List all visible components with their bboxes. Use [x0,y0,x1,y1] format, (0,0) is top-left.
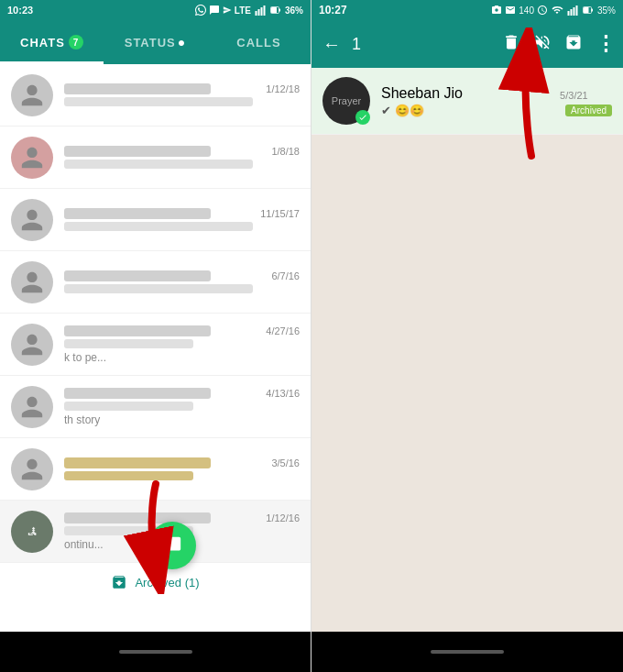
avatar [11,324,53,366]
chat-name-blur [64,388,211,399]
mute-icon [533,33,552,51]
status-bar-right: 10:27 140 35% [312,0,623,20]
contact-status: ✔ 😊😊 [381,104,560,117]
svg-rect-3 [263,6,265,16]
compose-fab[interactable] [148,522,196,569]
chat-item[interactable]: 4/13/16 th story [0,376,311,438]
avatar [11,199,53,241]
chat-content: 6/7/16 [64,270,300,293]
back-button[interactable]: ← [319,30,344,59]
tab-calls[interactable]: CALLS [207,20,311,64]
send-icon [223,5,232,16]
svg-rect-5 [271,7,277,13]
contact-info: Sheeban Jio ✔ 😊😊 [381,85,560,117]
chat-date: 4/13/16 [266,388,300,399]
chat-background [312,135,623,632]
battery-pct-right: 35% [597,6,616,16]
svg-rect-9 [570,9,572,16]
avatar [11,386,53,428]
battery-icon [269,5,282,16]
archive-button[interactable] [564,33,583,56]
svg-rect-10 [573,7,574,16]
svg-rect-11 [575,6,577,16]
mail-icon [505,5,516,16]
tab-chats[interactable]: CHATS 7 [0,20,104,64]
svg-rect-2 [260,7,262,16]
chat-msg-blur [64,222,253,231]
selected-count: 1 [352,35,361,54]
nav-bar-left [0,632,311,672]
battery-pct-left: 36% [285,6,303,16]
chat-date: 11/15/17 [260,208,300,219]
person-icon [19,332,45,358]
nav-pill [119,650,192,654]
chat-item[interactable]: 6/7/16 [0,251,311,314]
battery-icon-r [582,5,595,16]
svg-rect-8 [567,11,569,16]
time-left: 10:23 [7,5,33,16]
delete-button[interactable] [502,33,520,56]
delete-icon [502,33,520,51]
msg-icon [209,5,220,16]
chat-date-right: 5/3/21 [560,90,588,101]
chat-content: 1/8/18 [64,146,300,169]
chat-msg-blur [64,284,253,293]
person-icon [19,145,45,171]
svg-rect-13 [584,7,589,13]
archive-icon-action [564,33,583,51]
chat-name-blur [64,457,211,468]
chat-name-blur [64,83,211,94]
status-icons-right: 140 35% [491,5,616,16]
status-bar-left: 10:23 LTE 36% [0,0,311,20]
chat-snippet: th story [64,413,300,426]
compose-icon [162,535,182,556]
person-icon [19,457,45,482]
svg-rect-14 [591,9,593,12]
chat-badge: 7 [69,35,83,50]
avatar: 🏞 [11,511,53,553]
chat-item[interactable]: 1/8/18 [0,127,311,189]
tab-status[interactable]: STATUS ● [104,20,207,64]
whatsapp-icon [195,5,206,16]
chat-item[interactable]: 3/5/16 [0,438,311,501]
chat-item[interactable]: 11/15/17 [0,189,311,251]
chat-date: 1/8/18 [271,146,300,157]
chat-name-blur [64,325,211,336]
svg-rect-6 [279,9,280,12]
camera-icon [491,5,502,16]
person-icon [19,207,45,233]
signal-icon-r [566,5,579,16]
avatar [11,74,53,116]
chat-date: 4/27/16 [266,325,300,336]
avatar [11,137,53,179]
checkmark-icon [358,113,367,122]
chat-date: 1/12/16 [266,512,300,523]
more-button[interactable]: ⋮ [596,32,616,56]
chat-content: 4/13/16 th story [64,388,300,426]
chat-msg-blur [64,97,253,106]
chat-content: 3/5/16 [64,457,300,480]
chat-msg-blur [64,402,193,411]
chat-name-blur [64,146,211,157]
nav-bar-right [312,632,623,672]
selected-chat-item[interactable]: Prayer Sheeban Jio ✔ 😊😊 5/3/21 Archived [312,68,623,135]
chat-item[interactable]: 4/27/16 k to pe... [0,314,311,376]
chat-content: 4/27/16 k to pe... [64,325,300,364]
chat-item[interactable]: 1/12/18 [0,64,311,127]
action-bar: ← 1 ⋮ [312,20,623,68]
svg-rect-1 [257,9,259,16]
svg-rect-0 [255,11,257,16]
archived-badge: Archived [565,105,612,116]
avatar [11,261,53,303]
chat-content: 11/15/17 [64,208,300,231]
contact-name: Sheeban Jio [381,85,560,102]
wifi-icon [551,5,563,16]
person-icon [19,394,45,420]
archive-icon [111,574,127,590]
mute-button[interactable] [533,33,552,56]
chat-content: 1/12/18 [64,83,300,106]
person-icon [19,83,45,108]
signal-icon [254,5,267,16]
archived-row[interactable]: Archived (1) [0,563,311,601]
chat-snippet: k to pe... [64,351,300,364]
